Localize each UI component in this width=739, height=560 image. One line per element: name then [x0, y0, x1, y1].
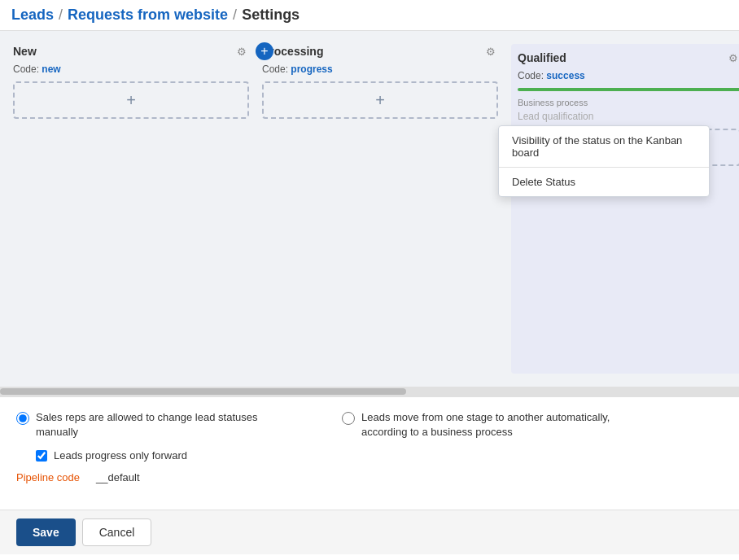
column-new-title: New: [13, 45, 37, 58]
add-stage-processing-icon: +: [375, 91, 385, 110]
radio-manual-label: Sales reps are allowed to change lead st…: [36, 410, 293, 440]
column-qualified-code: Code: success: [518, 70, 739, 81]
dropdown-menu: Visibility of the status on the Kanban b…: [498, 125, 710, 197]
checkbox-forward-input[interactable]: [36, 450, 47, 462]
breadcrumb-current: Settings: [242, 7, 300, 24]
column-new-code: Code: new: [13, 63, 249, 75]
column-processing-code: Code: progress: [262, 63, 498, 75]
breadcrumb-leads[interactable]: Leads: [11, 7, 54, 24]
pipeline-code-label: Pipeline code: [16, 471, 80, 483]
footer-buttons: Save Cancel: [0, 510, 739, 554]
column-qualified-code-value: success: [546, 70, 584, 81]
add-column-plus-button[interactable]: +: [256, 42, 273, 60]
processing-wrapper: Processing ⚙ + Code: progress + Visibili…: [262, 44, 511, 374]
radio-option-manual: Sales reps are allowed to change lead st…: [16, 410, 293, 440]
breadcrumb-sep1: /: [59, 7, 63, 24]
column-qualified: Qualified ⚙ Code: success Business proce…: [511, 44, 739, 374]
column-qualified-gear-icon[interactable]: ⚙: [726, 50, 739, 65]
column-processing-code-value: progress: [291, 63, 332, 75]
column-new: New ⚙ Code: new +: [13, 44, 249, 374]
kanban-columns-wrapper: New ⚙ Code: new + Processing ⚙ +: [13, 44, 739, 374]
main-content: New ⚙ Code: new + Processing ⚙ +: [0, 31, 739, 554]
horizontal-scrollbar[interactable]: [0, 387, 739, 396]
column-new-gear-icon[interactable]: ⚙: [234, 44, 249, 59]
add-stage-new-icon: +: [126, 91, 136, 110]
column-new-code-value: new: [42, 63, 60, 75]
pipeline-code-row: Pipeline code __default: [16, 471, 723, 483]
radio-options: Sales reps are allowed to change lead st…: [16, 410, 723, 440]
breadcrumb: Leads / Requests from website / Settings: [0, 0, 739, 31]
dropdown-visibility-item[interactable]: Visibility of the status on the Kanban b…: [499, 126, 709, 167]
dropdown-delete-item[interactable]: Delete Status: [499, 168, 709, 196]
checkbox-forward-option: Leads progress only forward: [36, 449, 723, 462]
save-button[interactable]: Save: [16, 518, 76, 546]
add-stage-processing-button[interactable]: +: [262, 81, 498, 119]
radio-auto-input[interactable]: [342, 412, 355, 425]
radio-option-auto: Leads move from one stage to another aut…: [342, 410, 619, 440]
radio-auto-label: Leads move from one stage to another aut…: [361, 410, 619, 440]
column-new-header: New ⚙: [13, 44, 249, 59]
add-stage-new-button[interactable]: +: [13, 81, 249, 119]
column-qualified-title: Qualified: [518, 51, 566, 64]
pipeline-code-value: __default: [96, 471, 140, 483]
column-processing: Processing ⚙ + Code: progress +: [262, 44, 498, 119]
breadcrumb-pipeline[interactable]: Requests from website: [68, 7, 228, 24]
scrollbar-thumb: [0, 388, 406, 395]
column-qualified-header: Qualified ⚙: [518, 50, 739, 65]
cancel-button[interactable]: Cancel: [82, 518, 152, 546]
qualified-status-bar: [518, 88, 739, 91]
breadcrumb-sep2: /: [233, 7, 237, 24]
qualified-bp-label: Business process: [518, 98, 739, 107]
kanban-area: New ⚙ Code: new + Processing ⚙ +: [0, 31, 739, 387]
column-processing-header: Processing ⚙ +: [262, 44, 498, 59]
radio-manual-input[interactable]: [16, 412, 29, 425]
checkbox-forward-label: Leads progress only forward: [54, 449, 187, 462]
bottom-settings: Sales reps are allowed to change lead st…: [0, 396, 739, 510]
qualified-bp-value: Lead qualification: [518, 111, 739, 122]
column-processing-gear-icon[interactable]: ⚙: [483, 44, 498, 59]
